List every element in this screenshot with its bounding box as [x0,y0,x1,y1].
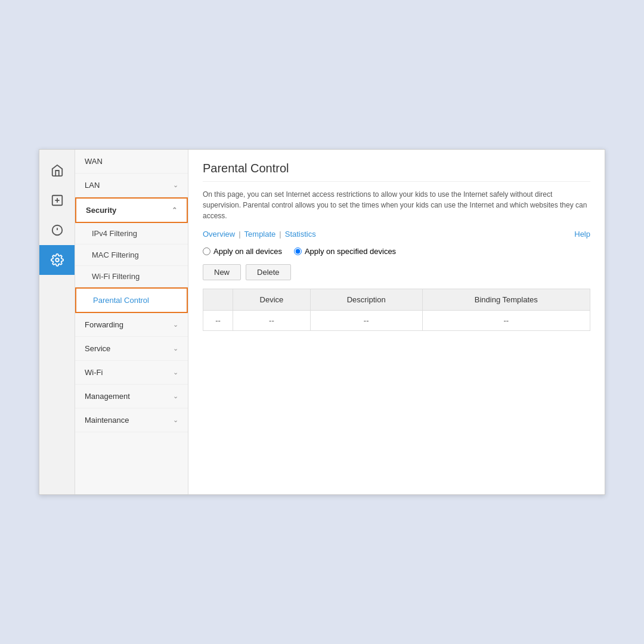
svg-point-6 [55,258,59,262]
tab-links: Overview | Template | Statistics [203,230,316,239]
sidebar-item-forwarding[interactable]: Forwarding ⌄ [75,313,188,337]
new-button[interactable]: New [203,264,241,280]
main-content: Parental Control On this page, you can s… [188,150,605,494]
sidebar-subitem-wifi-filtering[interactable]: Wi-Fi Filtering [75,266,188,287]
chevron-down-icon: ⌄ [173,345,178,352]
tab-bar: Overview | Template | Statistics Help [203,230,590,239]
page-description: On this page, you can set Internet acces… [203,189,590,221]
icon-bar-status[interactable] [39,215,75,245]
sidebar-item-security[interactable]: Security ⌃ [75,197,188,223]
row-col1: -- [203,311,233,331]
sidebar-item-service[interactable]: Service ⌄ [75,337,188,361]
sidebar-subitem-ipv4-filtering[interactable]: IPv4 Filtering [75,223,188,244]
router-ui: WAN LAN ⌄ Security ⌃ IPv4 Filtering MAC … [39,149,605,495]
delete-button[interactable]: Delete [246,264,291,280]
sidebar: WAN LAN ⌄ Security ⌃ IPv4 Filtering MAC … [75,150,188,494]
tab-template[interactable]: Template [244,230,276,239]
sidebar-item-wan[interactable]: WAN [75,150,188,174]
page-title: Parental Control [203,162,590,182]
icon-bar-add[interactable] [39,185,75,215]
row-col4: -- [422,311,590,331]
sidebar-subitem-mac-filtering[interactable]: MAC Filtering [75,244,188,266]
parental-control-table: Device Description Binding Templates -- … [203,289,590,331]
tab-statistics[interactable]: Statistics [285,230,316,239]
icon-bar-home[interactable] [39,156,75,185]
help-link[interactable]: Help [574,230,590,239]
icon-bar [39,150,75,494]
row-col3: -- [310,311,422,331]
radio-specified-devices[interactable]: Apply on specified devices [294,247,396,256]
sidebar-item-management[interactable]: Management ⌄ [75,385,188,408]
sidebar-item-wifi[interactable]: Wi-Fi ⌄ [75,361,188,385]
icon-bar-settings[interactable] [39,245,75,275]
chevron-down-icon: ⌄ [173,181,178,189]
col-description: Description [310,289,422,311]
chevron-down-icon: ⌄ [173,416,178,424]
chevron-up-icon: ⌃ [172,206,177,214]
col-binding-templates: Binding Templates [422,289,590,311]
chevron-down-icon: ⌄ [173,321,178,329]
sidebar-item-lan[interactable]: LAN ⌄ [75,174,188,197]
sidebar-subitem-parental-control[interactable]: Parental Control [75,287,188,313]
btn-row: New Delete [203,264,590,280]
table-row: -- -- -- -- [203,311,590,331]
tab-overview[interactable]: Overview [203,230,235,239]
col-device: Device [233,289,311,311]
row-col2: -- [233,311,311,331]
radio-all-devices[interactable]: Apply on all devices [203,247,282,256]
sidebar-item-maintenance[interactable]: Maintenance ⌄ [75,408,188,432]
chevron-down-icon: ⌄ [173,369,178,376]
radio-row: Apply on all devices Apply on specified … [203,247,590,256]
chevron-down-icon: ⌄ [173,392,178,400]
col-checkbox [203,289,233,311]
